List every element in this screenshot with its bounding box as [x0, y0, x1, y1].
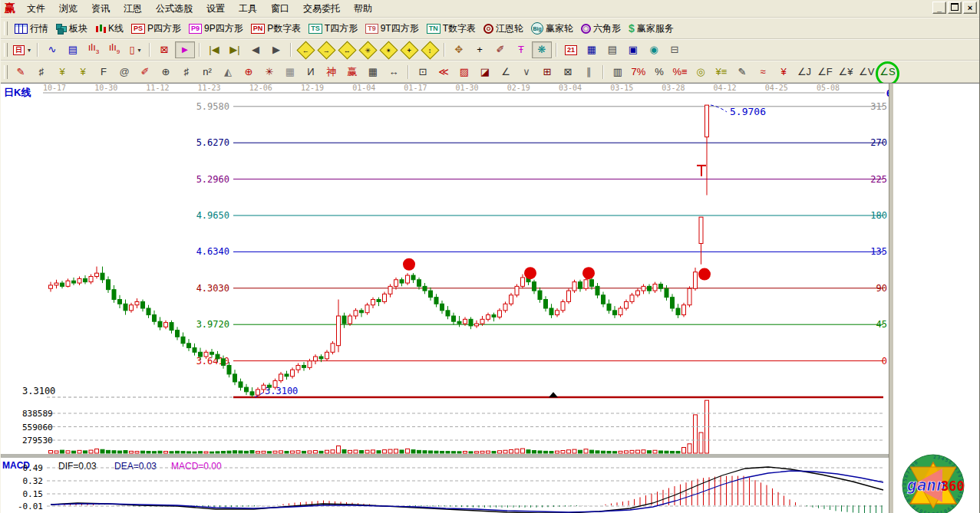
- stats-panel-button[interactable]: ▥: [608, 64, 628, 81]
- parallel-lines-button[interactable]: ∥: [579, 64, 599, 81]
- fibo-grid-button[interactable]: F: [94, 64, 114, 81]
- angle-lines-button[interactable]: ∠: [496, 64, 516, 81]
- win-grid-button[interactable]: 赢: [342, 64, 362, 81]
- annotate-tool-button[interactable]: ✐: [490, 41, 510, 58]
- sectors-button[interactable]: 板块: [52, 21, 91, 37]
- period-selector-dropdown-icon[interactable]: ▾: [28, 47, 31, 54]
- grid-123-button[interactable]: ▦: [363, 64, 383, 81]
- candle-style-dropdown-icon[interactable]: ▾: [138, 47, 141, 54]
- grid-target-button[interactable]: ▦: [280, 64, 300, 81]
- menu-item-5[interactable]: 设置: [200, 2, 232, 15]
- last-page-button[interactable]: ▶|: [225, 41, 245, 58]
- shift-right-button[interactable]: →: [316, 41, 336, 58]
- winner-service-button[interactable]: $赢家服务: [625, 21, 678, 37]
- web-sync-button[interactable]: ◉: [644, 41, 664, 58]
- angle-speed-button[interactable]: ∠V: [856, 64, 876, 81]
- box-tool-button[interactable]: ⊡: [413, 64, 433, 81]
- crosshair-button[interactable]: +: [470, 41, 490, 58]
- menu-item-2[interactable]: 资讯: [84, 2, 117, 15]
- pan-hand-button[interactable]: ✥: [449, 41, 469, 58]
- wave-levels-button[interactable]: ≈: [753, 64, 773, 81]
- save-button[interactable]: ▣: [623, 41, 643, 58]
- paint-tool-button[interactable]: ✎: [732, 64, 752, 81]
- toolbar-grip[interactable]: [4, 21, 8, 35]
- calculator-button[interactable]: ▦: [582, 41, 602, 58]
- ma-bars-9-button[interactable]: ılı9: [104, 41, 124, 58]
- kline-button[interactable]: K线: [91, 21, 127, 37]
- toolbar-grip[interactable]: [4, 43, 8, 57]
- angle-f-button[interactable]: ∠F: [815, 64, 835, 81]
- 9t-square-button[interactable]: T99T四方形: [361, 21, 423, 37]
- gold-levels-button[interactable]: ¥≡: [711, 64, 731, 81]
- zoom-all-button[interactable]: ✴: [378, 41, 398, 58]
- menu-item-9[interactable]: 帮助: [347, 2, 379, 15]
- menu-item-0[interactable]: 文件: [20, 2, 52, 15]
- gann-circle-button[interactable]: ⊕: [239, 64, 259, 81]
- percent-line-button[interactable]: 7%: [629, 64, 648, 81]
- measure-brush-button[interactable]: ✐: [135, 64, 155, 81]
- menu-item-8[interactable]: 交易委托: [296, 2, 347, 15]
- n-square-button[interactable]: n²: [197, 64, 217, 81]
- gold-line-button[interactable]: ¥: [774, 64, 794, 81]
- print-button[interactable]: ⊟: [665, 41, 685, 58]
- menu-item-3[interactable]: 江恩: [117, 2, 149, 15]
- close-button[interactable]: ×: [963, 2, 977, 14]
- center-view-button[interactable]: +: [399, 41, 419, 58]
- price-ruler-button[interactable]: ♯: [177, 64, 196, 81]
- shen-grid-button[interactable]: 神: [322, 64, 342, 81]
- v-lines-button[interactable]: ∨: [516, 64, 536, 81]
- price-grid-2-button[interactable]: ⊠: [558, 64, 578, 81]
- wave-mark-button[interactable]: И: [301, 64, 321, 81]
- t-square-button[interactable]: TST四方形: [305, 21, 361, 37]
- gann-box-tool-button[interactable]: ⊠: [154, 41, 174, 58]
- page-next-button[interactable]: ▶: [266, 41, 286, 58]
- menu-item-4[interactable]: 公式选股: [149, 2, 200, 15]
- vertical-splitter[interactable]: [889, 84, 894, 513]
- angle-gold-button[interactable]: ∠¥: [836, 64, 856, 81]
- winner-wheel-button[interactable]: Big赢家轮: [527, 21, 577, 37]
- fan-box-solid-button[interactable]: ◪: [475, 64, 495, 81]
- spiral-tool-button[interactable]: @: [114, 64, 134, 81]
- p-square-button[interactable]: PSP四方形: [127, 21, 185, 37]
- report-button[interactable]: ▤: [602, 41, 622, 58]
- calendar-button[interactable]: 21: [561, 41, 581, 58]
- compress-x-button[interactable]: ✳: [358, 41, 378, 58]
- color-chart-button[interactable]: ►: [175, 41, 195, 58]
- t-number-table-button[interactable]: TNT数字表: [423, 21, 480, 37]
- percent-button[interactable]: %: [649, 64, 669, 81]
- angle-j-button[interactable]: ∠J: [794, 64, 814, 81]
- gold-grid-1-button[interactable]: ¥: [52, 64, 72, 81]
- time-ruler-button[interactable]: ♯: [31, 64, 51, 81]
- candle-style-button[interactable]: ▯▾: [125, 41, 145, 58]
- first-page-button[interactable]: |◀: [204, 41, 224, 58]
- smart-analysis-button[interactable]: ❋: [532, 41, 552, 58]
- maximize-button[interactable]: [948, 2, 962, 14]
- period-selector-button[interactable]: 日▾: [11, 41, 33, 58]
- brush-tool-button[interactable]: ✎: [11, 64, 31, 81]
- quotes-button[interactable]: 行情: [11, 21, 52, 37]
- fan-box-button[interactable]: ▨: [454, 64, 474, 81]
- shift-left-button[interactable]: ←: [295, 41, 315, 58]
- cycle-ruler-button[interactable]: ⊕: [156, 64, 176, 81]
- angle-mirror-button[interactable]: ◭: [218, 64, 238, 81]
- expand-y-button[interactable]: ↕: [420, 41, 440, 58]
- gann-wheel-button[interactable]: 江恩轮: [480, 21, 527, 37]
- gann-star-button[interactable]: ✳: [259, 64, 279, 81]
- trend-chart-button[interactable]: ∿: [42, 41, 62, 58]
- p-number-table-button[interactable]: PNP数字表: [247, 21, 305, 37]
- angle-si-button[interactable]: ∠S: [877, 64, 897, 81]
- menu-item-6[interactable]: 工具: [232, 2, 264, 15]
- page-prev-button[interactable]: ◀: [246, 41, 266, 58]
- toolbar-grip[interactable]: [4, 65, 8, 79]
- hexagon-button[interactable]: 六角形: [577, 21, 625, 37]
- gold-circle-button[interactable]: ◎: [691, 64, 711, 81]
- chart-canvas[interactable]: 10-1710-3011-1211-2312-0612-1901-0401-17…: [1, 84, 889, 513]
- gann-season-tool-button[interactable]: Ŧ: [511, 41, 531, 58]
- span-arrows-button[interactable]: ↔: [384, 64, 404, 81]
- gold-grid-2-button[interactable]: ¥: [73, 64, 93, 81]
- percent-levels-button[interactable]: %≡: [670, 64, 690, 81]
- menu-item-1[interactable]: 浏览: [52, 2, 84, 15]
- price-grid-button[interactable]: ⊞: [537, 64, 557, 81]
- 9p-square-button[interactable]: P99P四方形: [185, 21, 247, 37]
- ma-bars-3-button[interactable]: ılı3: [84, 41, 104, 58]
